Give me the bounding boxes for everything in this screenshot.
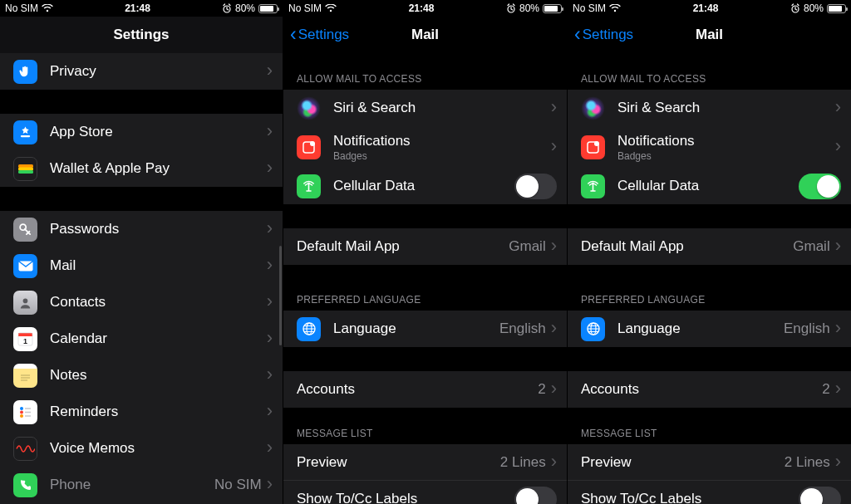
svg-point-7 <box>23 298 28 303</box>
row-privacy[interactable]: Privacy › <box>0 53 283 90</box>
contacts-icon <box>13 291 37 315</box>
svg-point-24 <box>592 182 594 184</box>
row-siri[interactable]: Siri & Search › <box>283 90 567 126</box>
row-default-mail-app[interactable]: Default Mail App Gmail › <box>283 228 567 265</box>
row-appstore[interactable]: App Store › <box>0 114 283 150</box>
row-reminders[interactable]: Reminders › <box>0 394 283 430</box>
hand-icon <box>13 60 37 84</box>
label: Cellular Data <box>333 178 514 194</box>
row-value: English <box>499 321 546 337</box>
battery-icon <box>827 4 846 13</box>
alarm-icon <box>506 3 516 13</box>
label: Default Mail App <box>581 238 793 255</box>
back-label: Settings <box>583 27 633 43</box>
status-bar: No SIM 21:48 80% <box>568 0 851 17</box>
chevron-right-icon: › <box>551 98 557 116</box>
chevron-right-icon: › <box>835 319 841 337</box>
chevron-right-icon: › <box>267 475 273 493</box>
row-show-tocc[interactable]: Show To/Cc Labels <box>283 481 567 504</box>
row-language[interactable]: Language English › <box>283 311 567 347</box>
row-accounts[interactable]: Accounts 2 › <box>283 371 567 408</box>
row-value: Gmail <box>509 238 545 255</box>
row-phone[interactable]: Phone No SIM › <box>0 467 283 503</box>
row-notifications[interactable]: NotificationsBadges › <box>283 126 567 168</box>
svg-point-13 <box>20 410 23 413</box>
label: Siri & Search <box>333 100 551 116</box>
tocc-toggle[interactable] <box>514 487 557 505</box>
row-accounts[interactable]: Accounts 2 › <box>568 371 851 408</box>
row-cellular[interactable]: Cellular Data <box>283 168 567 204</box>
row-mail[interactable]: Mail › <box>0 247 283 284</box>
label: Accounts <box>581 381 822 398</box>
header-access: ALLOW MAIL TO ACCESS <box>568 68 851 90</box>
row-language[interactable]: Language English › <box>568 311 851 347</box>
row-siri[interactable]: Siri & Search › <box>568 90 851 126</box>
row-voicememos[interactable]: Voice Memos › <box>0 430 283 467</box>
svg-rect-4 <box>18 170 33 174</box>
row-preview[interactable]: Preview 2 Lines › <box>283 444 567 481</box>
header-msglist: MESSAGE LIST <box>283 423 567 444</box>
row-passwords[interactable]: Passwords › <box>0 211 283 247</box>
label: Siri & Search <box>617 100 835 116</box>
label: Show To/Cc Labels <box>297 491 514 504</box>
back-button[interactable]: ‹Settings <box>574 27 633 44</box>
siri-icon <box>581 96 605 120</box>
alarm-icon <box>222 3 232 13</box>
tocc-toggle[interactable] <box>799 487 841 505</box>
sublabel: Badges <box>617 150 835 162</box>
cellular-toggle[interactable] <box>514 174 557 199</box>
chevron-right-icon: › <box>267 122 273 140</box>
settings-scroll[interactable]: Privacy › App Store › Wallet & Apple Pay… <box>0 53 283 504</box>
status-bar: No SIM 21:48 80% <box>283 0 567 17</box>
notifications-icon <box>581 135 605 159</box>
row-notifications[interactable]: NotificationsBadges › <box>568 126 851 168</box>
header-access: ALLOW MAIL TO ACCESS <box>283 68 567 90</box>
wallet-icon <box>13 157 37 181</box>
battery-icon <box>543 4 562 13</box>
label: App Store <box>50 124 267 140</box>
battery-pct: 80% <box>235 2 255 14</box>
row-notes[interactable]: Notes › <box>0 357 283 394</box>
voicememos-icon <box>13 437 37 461</box>
chevron-right-icon: › <box>551 237 557 255</box>
row-show-tocc[interactable]: Show To/Cc Labels <box>568 481 851 504</box>
chevron-right-icon: › <box>267 438 273 457</box>
row-value: 2 Lines <box>785 454 830 471</box>
page-title: Mail <box>411 27 439 43</box>
row-calendar[interactable]: 1 Calendar › <box>0 321 283 357</box>
nav-bar: ‹Settings Mail <box>283 17 567 53</box>
row-contacts[interactable]: Contacts › <box>0 284 283 321</box>
globe-icon <box>581 317 605 341</box>
chevron-right-icon: › <box>835 98 841 116</box>
reminders-icon <box>13 400 37 424</box>
chevron-right-icon: › <box>267 402 273 420</box>
calendar-icon: 1 <box>13 327 37 351</box>
svg-point-23 <box>594 141 599 146</box>
svg-rect-1 <box>21 135 30 137</box>
row-preview[interactable]: Preview 2 Lines › <box>568 444 851 481</box>
back-button[interactable]: ‹Settings <box>290 27 349 44</box>
mail-scroll[interactable]: ALLOW MAIL TO ACCESS Siri & Search › Not… <box>568 53 851 504</box>
chevron-right-icon: › <box>267 292 273 311</box>
status-bar: No SIM 21:48 80% <box>0 0 283 17</box>
label: Notifications <box>333 133 551 149</box>
clock: 21:48 <box>125 2 150 14</box>
label: Notifications <box>617 133 835 149</box>
cellular-toggle[interactable] <box>799 174 841 199</box>
page-title: Mail <box>696 27 723 43</box>
label: Notes <box>50 367 267 384</box>
chevron-left-icon: ‹ <box>574 25 581 44</box>
row-value: No SIM <box>214 477 262 493</box>
notes-icon <box>13 364 37 388</box>
row-cellular[interactable]: Cellular Data <box>568 168 851 204</box>
chevron-right-icon: › <box>551 137 557 155</box>
header-lang: PREFERRED LANGUAGE <box>283 289 567 311</box>
label: Contacts <box>50 294 267 311</box>
row-default-mail-app[interactable]: Default Mail App Gmail › <box>568 228 851 265</box>
sublabel: Badges <box>333 150 551 162</box>
alarm-icon <box>790 3 800 13</box>
mail-scroll[interactable]: ALLOW MAIL TO ACCESS Siri & Search › Not… <box>283 53 567 504</box>
chevron-right-icon: › <box>551 453 557 471</box>
row-wallet[interactable]: Wallet & Apple Pay › <box>0 150 283 187</box>
clock: 21:48 <box>693 2 719 14</box>
